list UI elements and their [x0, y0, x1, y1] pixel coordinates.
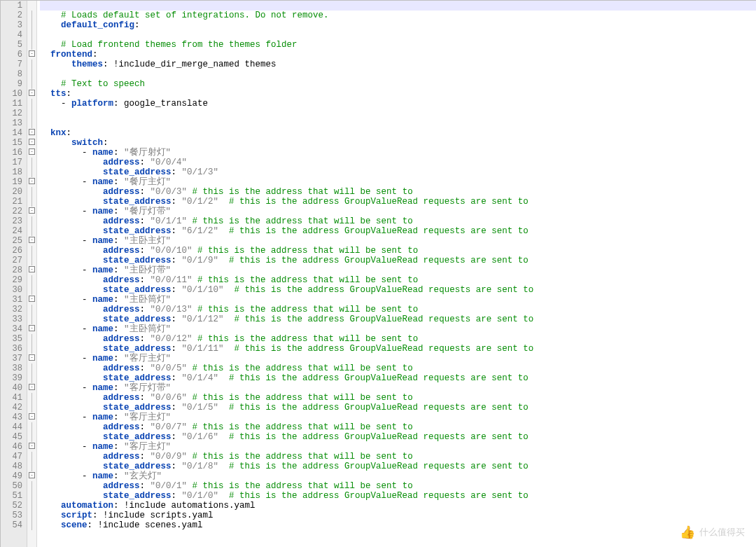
fold-toggle[interactable]: -	[27, 383, 36, 393]
fold-toggle[interactable]: -	[27, 236, 36, 246]
code-line[interactable]: - name: "餐厅射灯"	[40, 148, 756, 158]
fold-toggle[interactable]: -	[27, 148, 36, 158]
code-line[interactable]: state_address: "0/1/12" # this is the ad…	[40, 314, 756, 324]
fold-toggle[interactable]: -	[27, 413, 36, 422]
code-line[interactable]: address: "0/0/13" # this is the address …	[40, 305, 756, 314]
token-plain: :	[113, 471, 124, 481]
token-com: # this is the address GroupValueRead req…	[229, 403, 528, 413]
token-plain: -	[40, 265, 92, 275]
code-line[interactable]: state_address: "0/1/11" # this is the ad…	[40, 344, 756, 354]
code-editor[interactable]: 1234567891011121314151617181920212223242…	[0, 0, 756, 547]
code-line[interactable]: address: "0/0/10" # this is the address …	[40, 246, 756, 256]
line-number: 51	[1, 491, 22, 501]
line-number: 3	[1, 20, 22, 30]
code-line[interactable]: state_address: "0/1/4" # this is the add…	[40, 373, 756, 383]
code-line[interactable]: address: "0/0/4"	[40, 158, 756, 167]
code-line[interactable]: script: !include scripts.yaml	[40, 511, 756, 520]
code-line[interactable]: # Loads default set of integrations. Do …	[40, 11, 756, 20]
code-line[interactable]: - name: "客厅主灯"	[40, 413, 756, 422]
token-plain: :	[66, 89, 72, 99]
code-line[interactable]: - platform: google_translate	[40, 99, 756, 109]
code-line[interactable]: - name: "主卧主灯"	[40, 236, 756, 246]
token-str: "0/1/6"	[182, 432, 219, 442]
token-str: "餐厅主灯"	[124, 177, 171, 187]
token-com: # this is the address that will be sent …	[197, 305, 418, 314]
code-line[interactable]: # Load frontend themes from the themes f…	[40, 40, 756, 50]
fold-toggle[interactable]: -	[27, 89, 36, 99]
token-kw: name	[92, 413, 113, 422]
code-line[interactable]: - name: "客厅主灯"	[40, 442, 756, 452]
fold-toggle[interactable]: -	[27, 471, 36, 481]
code-line[interactable]: address: "0/0/7" # this is the address t…	[40, 422, 756, 432]
code-line[interactable]: state_address: "0/1/9" # this is the add…	[40, 256, 756, 265]
code-line[interactable]: scene: !include scenes.yaml	[40, 520, 756, 530]
code-line[interactable]	[40, 109, 756, 118]
token-kw: address	[40, 275, 140, 285]
fold-toggle[interactable]: -	[27, 177, 36, 187]
code-line[interactable]: switch:	[40, 138, 756, 148]
code-line[interactable]: - name: "客厅主灯"	[40, 354, 756, 363]
code-line[interactable]: - name: "主卧灯带"	[40, 265, 756, 275]
fold-toggle[interactable]: -	[27, 295, 36, 305]
fold-toggle[interactable]: -	[27, 128, 36, 138]
code-line[interactable]: tts:	[40, 89, 756, 99]
code-line[interactable]: address: "0/0/3" # this is the address t…	[40, 187, 756, 197]
code-line[interactable]: automation: !include automations.yaml	[40, 501, 756, 511]
token-str: "0/1/4"	[182, 373, 219, 383]
token-kw: automation	[40, 501, 113, 511]
code-line[interactable]: state_address: "6/1/2" # this is the add…	[40, 226, 756, 236]
code-line[interactable]	[40, 1, 756, 11]
token-kw: script	[40, 511, 92, 520]
code-line[interactable]: state_address: "0/1/3"	[40, 167, 756, 177]
code-line[interactable]: themes: !include_dir_merge_named themes	[40, 60, 756, 69]
code-line[interactable]: - name: "客厅灯带"	[40, 383, 756, 393]
token-str: "0/1/11"	[182, 344, 224, 354]
code-line[interactable]	[40, 69, 756, 79]
code-line[interactable]: address: "0/0/1" # this is the address t…	[40, 481, 756, 491]
token-com: # this is the address GroupValueRead req…	[234, 314, 534, 324]
line-number: 38	[1, 363, 22, 373]
token-str: "餐厅射灯"	[124, 148, 171, 158]
code-line[interactable]: state_address: "0/1/6" # this is the add…	[40, 432, 756, 442]
code-line[interactable]: address: "0/0/5" # this is the address t…	[40, 363, 756, 373]
fold-toggle[interactable]: -	[27, 50, 36, 60]
token-plain	[187, 393, 192, 403]
token-plain: :	[172, 344, 182, 354]
fold-toggle[interactable]: -	[27, 354, 36, 363]
token-plain: :	[172, 432, 182, 442]
code-line[interactable]	[40, 118, 756, 128]
line-number: 13	[1, 118, 22, 128]
fold-toggle[interactable]: -	[27, 324, 36, 334]
code-line[interactable]: frontend:	[40, 50, 756, 60]
fold-column[interactable]: ----------------	[27, 1, 37, 547]
code-line[interactable]: state_address: "0/1/5" # this is the add…	[40, 403, 756, 413]
code-line[interactable]: state_address: "0/1/2" # this is the add…	[40, 197, 756, 207]
code-line[interactable]: state_address: "0/1/10" # this is the ad…	[40, 285, 756, 295]
token-kw: state_address	[40, 167, 172, 177]
code-line[interactable]: - name: "餐厅灯带"	[40, 207, 756, 216]
fold-toggle[interactable]: -	[27, 138, 36, 148]
token-plain	[192, 305, 198, 314]
code-line[interactable]: state_address: "0/1/8" # this is the add…	[40, 462, 756, 471]
code-line[interactable]	[40, 30, 756, 40]
code-line[interactable]: - name: "主卧筒灯"	[40, 295, 756, 305]
fold-toggle[interactable]: -	[27, 207, 36, 216]
code-line[interactable]: - name: "玄关灯"	[40, 471, 756, 481]
code-line[interactable]: address: "0/0/11" # this is the address …	[40, 275, 756, 285]
code-line[interactable]: address: "0/0/12" # this is the address …	[40, 334, 756, 344]
fold-toggle[interactable]: -	[27, 442, 36, 452]
code-area[interactable]: # Loads default set of integrations. Do …	[37, 1, 756, 547]
code-line[interactable]: knx:	[40, 128, 756, 138]
code-line[interactable]: default_config:	[40, 20, 756, 30]
code-line[interactable]: address: "0/0/9" # this is the address t…	[40, 452, 756, 462]
code-line[interactable]: state_address: "0/1/0" # this is the add…	[40, 491, 756, 501]
code-line[interactable]: - name: "主卧筒灯"	[40, 324, 756, 334]
token-str: "主卧筒灯"	[124, 324, 171, 334]
code-line[interactable]: address: "0/0/6" # this is the address t…	[40, 393, 756, 403]
token-kw: state_address	[40, 432, 172, 442]
code-line[interactable]: address: "0/1/1" # this is the address t…	[40, 216, 756, 226]
token-str: "客厅主灯"	[124, 442, 171, 452]
code-line[interactable]: - name: "餐厅主灯"	[40, 177, 756, 187]
code-line[interactable]: # Text to speech	[40, 79, 756, 89]
fold-toggle[interactable]: -	[27, 265, 36, 275]
